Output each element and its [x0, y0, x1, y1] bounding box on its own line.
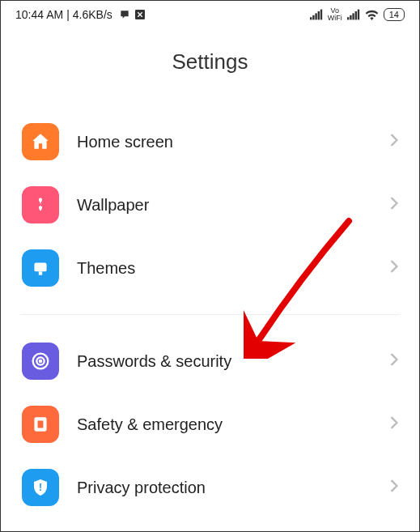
home-icon: [22, 123, 59, 160]
setting-item-wallpaper[interactable]: Wallpaper: [17, 173, 403, 236]
svg-rect-10: [358, 10, 359, 20]
setting-item-home-screen[interactable]: Home screen: [17, 110, 403, 173]
setting-item-safety-emergency[interactable]: Safety & emergency: [17, 393, 403, 456]
chevron-right-icon: [390, 353, 398, 369]
settings-group-2: Passwords & security Safety & emergency …: [1, 330, 419, 519]
setting-item-passwords-security[interactable]: Passwords & security: [17, 330, 403, 393]
svg-rect-3: [315, 13, 316, 19]
security-icon: [22, 343, 59, 380]
divider: [20, 314, 400, 315]
setting-label: Themes: [77, 259, 390, 278]
chevron-right-icon: [390, 479, 398, 496]
status-right: VoWiFi 14: [310, 7, 405, 22]
chevron-right-icon: [390, 260, 398, 276]
chevron-right-icon: [390, 134, 398, 150]
status-time: 10:44 AM: [15, 8, 63, 21]
svg-rect-11: [34, 263, 46, 272]
svg-rect-9: [354, 11, 356, 19]
wifi-icon: [365, 9, 379, 20]
svg-rect-6: [347, 17, 349, 19]
svg-rect-4: [317, 11, 319, 19]
svg-rect-5: [320, 10, 322, 20]
sync-icon: [134, 8, 146, 21]
svg-rect-1: [310, 17, 312, 19]
wallpaper-icon: [22, 186, 59, 223]
signal-icon-2: [347, 9, 360, 20]
svg-point-15: [40, 360, 41, 362]
setting-label: Safety & emergency: [77, 415, 390, 434]
setting-item-privacy-protection[interactable]: ! Privacy protection: [17, 456, 403, 519]
svg-rect-8: [352, 13, 354, 19]
settings-group-1: Home screen Wallpaper Themes: [1, 110, 419, 300]
themes-icon: [22, 249, 59, 287]
chevron-right-icon: [390, 416, 398, 432]
safety-icon: [22, 406, 59, 443]
signal-icon-1: [310, 9, 323, 20]
svg-text:!: !: [39, 482, 42, 493]
setting-item-themes[interactable]: Themes: [17, 236, 403, 300]
status-left: 10:44 AM | 4.6KB/s: [15, 8, 146, 21]
status-bar: 10:44 AM | 4.6KB/s VoWiFi 14: [1, 1, 419, 25]
message-icon: [119, 9, 130, 20]
setting-label: Wallpaper: [77, 196, 390, 215]
svg-rect-7: [350, 15, 351, 20]
svg-rect-16: [38, 421, 44, 428]
page-title: Settings: [1, 25, 419, 110]
battery-indicator: 14: [384, 8, 405, 21]
svg-rect-12: [39, 271, 42, 275]
chevron-right-icon: [390, 197, 398, 213]
setting-label: Passwords & security: [77, 352, 390, 371]
status-speed: 4.6KB/s: [73, 8, 112, 21]
vowifi-label: VoWiFi: [328, 7, 342, 22]
setting-label: Privacy protection: [77, 479, 390, 497]
setting-label: Home screen: [77, 133, 390, 151]
privacy-icon: !: [22, 469, 59, 506]
svg-rect-2: [312, 15, 314, 20]
